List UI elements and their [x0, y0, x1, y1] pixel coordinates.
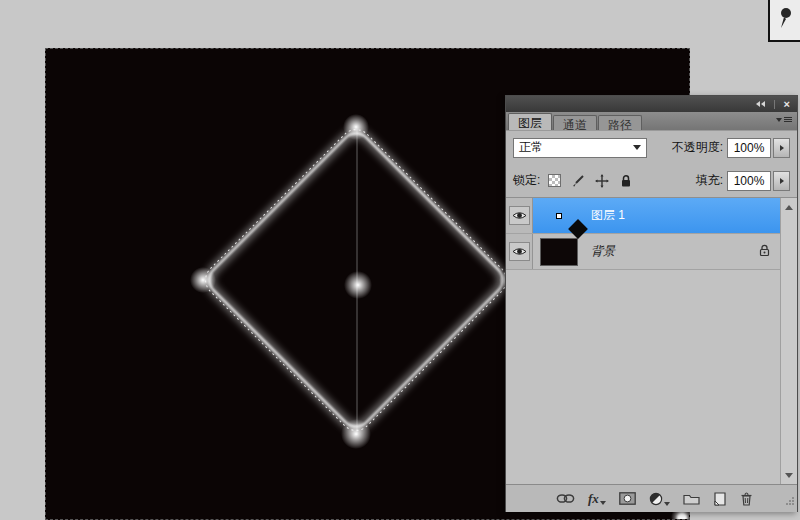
scroll-down-button[interactable] — [782, 468, 796, 482]
photoshop-workspace: × 图层 通道 路径 正常 不透明度: 100% 锁定: — [0, 0, 800, 520]
lock-all-icon[interactable] — [618, 173, 634, 189]
layer1-thumbnail[interactable] — [556, 213, 562, 219]
tab-paths[interactable]: 路径 — [598, 115, 642, 130]
add-layer-mask-icon[interactable] — [619, 492, 636, 505]
visibility-cell — [506, 198, 533, 233]
fill-slider-button[interactable] — [773, 171, 790, 191]
opacity-label: 不透明度: — [672, 139, 723, 156]
blend-mode-row: 正常 不透明度: 100% — [506, 131, 797, 164]
fill-input[interactable]: 100% — [727, 171, 771, 191]
layer-thumbnail-cell — [533, 234, 585, 269]
panel-tabbar: 图层 通道 路径 — [506, 112, 797, 131]
blend-mode-value: 正常 — [519, 139, 633, 156]
collapse-arrow-icon — [756, 101, 760, 107]
panel-menu-button[interactable] — [776, 117, 792, 122]
lock-transparency-icon[interactable] — [546, 173, 562, 189]
new-group-icon[interactable] — [683, 492, 700, 505]
cropped-tool-panel — [768, 0, 800, 42]
visibility-toggle[interactable] — [509, 242, 530, 261]
adjustment-layer-icon[interactable] — [649, 492, 670, 506]
fill-label: 填充: — [696, 172, 723, 189]
opacity-slider-button[interactable] — [773, 138, 790, 158]
dropdown-arrow-icon — [633, 145, 641, 150]
layers-list: 图层 1 背景 — [506, 197, 797, 484]
eye-icon — [512, 246, 527, 257]
layer-name[interactable]: 背景 — [591, 243, 615, 260]
scroll-down-icon — [785, 473, 793, 478]
layer-row-background[interactable]: 背景 — [506, 234, 780, 270]
layer-locked-icon — [759, 243, 770, 261]
lock-label: 锁定: — [513, 172, 540, 189]
fx-menu-arrow-icon — [600, 501, 606, 505]
tool-icon — [778, 6, 794, 32]
adjustment-menu-arrow-icon — [664, 502, 670, 506]
lock-row: 锁定: — [506, 164, 797, 197]
link-layers-icon[interactable] — [556, 493, 575, 504]
layers-scrollbar[interactable] — [780, 198, 797, 484]
slider-arrow-icon — [780, 145, 784, 151]
collapse-arrow-icon — [761, 101, 765, 107]
lock-position-icon[interactable] — [594, 173, 610, 189]
close-panel-button[interactable]: × — [781, 98, 793, 110]
menu-lines-icon — [784, 117, 792, 122]
slider-arrow-icon — [780, 178, 784, 184]
scroll-up-button[interactable] — [782, 200, 796, 214]
collapse-panel-button[interactable] — [753, 99, 768, 109]
menu-arrow-icon — [776, 118, 782, 122]
background-thumbnail[interactable] — [540, 238, 578, 266]
layer-row-layer1[interactable]: 图层 1 — [506, 198, 780, 234]
layer-styles-fx-icon[interactable]: fx — [588, 493, 606, 505]
blend-mode-dropdown[interactable]: 正常 — [513, 138, 647, 158]
panel-header: × — [506, 96, 797, 112]
new-layer-icon[interactable] — [713, 492, 727, 506]
visibility-cell — [506, 234, 533, 269]
delete-layer-icon[interactable] — [740, 492, 753, 506]
tab-layers[interactable]: 图层 — [508, 113, 552, 130]
header-divider — [774, 100, 775, 109]
visibility-toggle[interactable] — [509, 206, 530, 225]
eye-icon — [512, 210, 527, 221]
tab-channels[interactable]: 通道 — [553, 115, 597, 130]
opacity-input[interactable]: 100% — [727, 138, 771, 158]
panel-bottom-toolbar: fx — [506, 484, 797, 512]
scroll-up-icon — [785, 205, 793, 210]
panel-resize-grip[interactable] — [784, 492, 795, 510]
layers-panel: × 图层 通道 路径 正常 不透明度: 100% 锁定: — [505, 95, 798, 512]
layer-thumbnail-cell — [533, 198, 585, 233]
layer-name[interactable]: 图层 1 — [591, 207, 625, 224]
lock-buttons — [546, 173, 634, 189]
lock-pixels-brush-icon[interactable] — [570, 173, 586, 189]
